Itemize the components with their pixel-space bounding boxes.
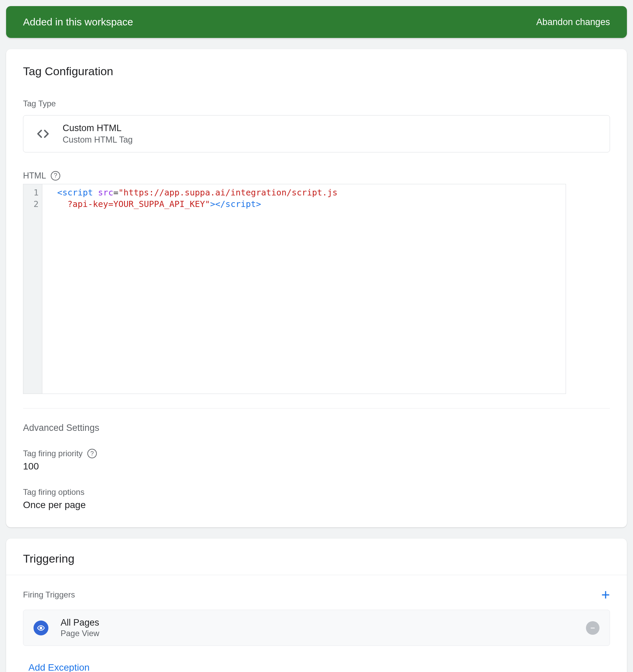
tag-firing-priority-label: Tag firing priority ? — [23, 449, 610, 458]
help-icon[interactable]: ? — [87, 449, 97, 458]
add-exception-button[interactable]: Add Exception — [28, 662, 610, 672]
remove-trigger-button[interactable] — [586, 621, 599, 635]
firing-triggers-label: Firing Triggers — [23, 590, 75, 600]
html-code-editor[interactable]: 12 <script src="https://app.suppa.ai/int… — [23, 184, 566, 394]
tag-firing-options-value: Once per page — [23, 500, 610, 510]
abandon-changes-button[interactable]: Abandon changes — [536, 17, 610, 27]
tag-configuration-card: Tag Configuration Tag Type Custom HTML C… — [6, 49, 627, 527]
tag-type-label: Tag Type — [23, 99, 610, 108]
html-field-label: HTML — [23, 171, 46, 181]
triggering-card: Triggering Firing Triggers + All Pages P… — [6, 539, 627, 672]
add-trigger-button[interactable]: + — [601, 587, 610, 602]
code-icon — [36, 126, 50, 141]
tag-firing-options-label: Tag firing options — [23, 487, 610, 497]
workspace-banner: Added in this workspace Abandon changes — [6, 6, 627, 38]
tag-type-name: Custom HTML — [63, 123, 133, 133]
tag-type-selector[interactable]: Custom HTML Custom HTML Tag — [23, 115, 610, 152]
trigger-row-all-pages[interactable]: All Pages Page View — [23, 610, 610, 646]
banner-message: Added in this workspace — [23, 16, 133, 28]
advanced-settings-title: Advanced Settings — [23, 423, 610, 433]
trigger-type: Page View — [61, 629, 99, 638]
tag-configuration-title: Tag Configuration — [23, 65, 610, 78]
eye-icon — [34, 621, 48, 635]
divider — [23, 408, 610, 408]
trigger-name: All Pages — [61, 617, 99, 628]
tag-type-description: Custom HTML Tag — [63, 135, 133, 145]
triggering-title: Triggering — [23, 552, 610, 565]
code-content[interactable]: <script src="https://app.suppa.ai/integr… — [42, 184, 566, 394]
help-icon[interactable]: ? — [51, 171, 60, 181]
svg-rect-1 — [591, 628, 595, 628]
tag-firing-priority-value: 100 — [23, 461, 610, 472]
svg-point-0 — [40, 627, 42, 629]
code-gutter: 12 — [23, 184, 42, 394]
